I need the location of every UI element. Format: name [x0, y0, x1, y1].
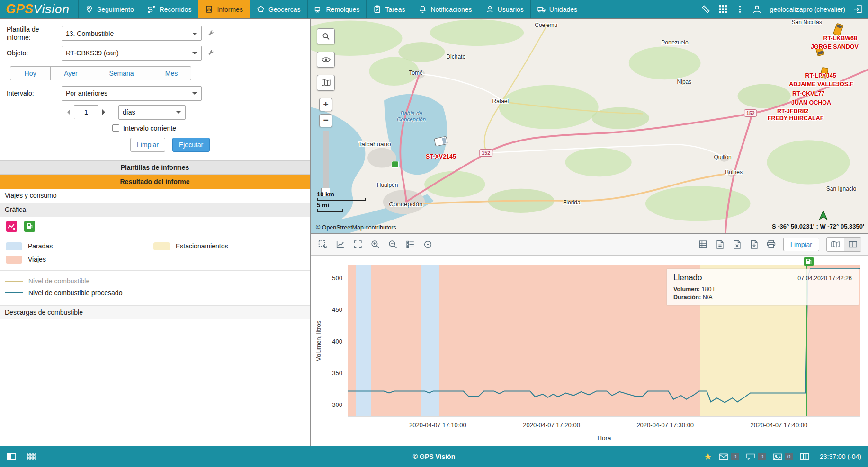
- main-menu: SeguimientoRecorridosInformesGeocercasRe…: [78, 0, 584, 18]
- section-chart[interactable]: Gráfica: [0, 203, 310, 217]
- fuel-traffic-icon[interactable]: [6, 221, 17, 232]
- legend-swatch: [6, 242, 22, 250]
- nav-item-seguimiento[interactable]: Seguimiento: [78, 0, 141, 18]
- fit-screen-icon[interactable]: [353, 239, 363, 249]
- user-name[interactable]: geolocalizapro (chevalier): [770, 6, 845, 13]
- y-tick-450: 450: [332, 306, 342, 313]
- monitoring-table-icon[interactable]: [800, 453, 809, 460]
- apps-dashboard-icon[interactable]: [27, 453, 36, 460]
- point-tracking-icon[interactable]: [423, 239, 433, 249]
- unit-label-rt-lpyj45[interactable]: RT-LPYJ45: [805, 72, 836, 79]
- export-file-icon[interactable]: [749, 239, 759, 249]
- zoom-in-chart-icon[interactable]: [370, 239, 380, 249]
- range-hoy-button[interactable]: Hoy: [10, 66, 51, 80]
- y-tick-500: 500: [332, 274, 342, 281]
- interval-unit-select[interactable]: días: [118, 105, 186, 120]
- legend-item-paradas: Paradas: [6, 242, 153, 250]
- fuel-chart[interactable]: Volumen, litros 300350400450500 Llenado …: [311, 256, 868, 446]
- zoom-in-button[interactable]: +: [319, 98, 332, 111]
- report-icon: [205, 5, 213, 13]
- templates-header[interactable]: Plantillas de informes: [0, 160, 310, 175]
- tooltip-volume-row: Volumen: 180 l: [673, 286, 852, 292]
- unit-label-rt-ckvl77[interactable]: RT-CKVL77: [792, 90, 824, 97]
- legend-label: Paradas: [28, 242, 53, 250]
- nav-item-informes[interactable]: Informes: [198, 0, 249, 18]
- top-right-tools: geolocalizapro (chevalier): [701, 0, 868, 18]
- range-ayer-button[interactable]: Ayer: [50, 66, 91, 80]
- scale-km-label: 10 km: [317, 191, 334, 198]
- chart-legend-icon[interactable]: [405, 239, 415, 249]
- current-interval-checkbox[interactable]: [112, 124, 119, 132]
- interval-type-select[interactable]: Por anteriores: [62, 86, 202, 101]
- interval-increase-icon[interactable]: [102, 109, 108, 115]
- chart-clear-button[interactable]: Limpiar: [783, 238, 819, 251]
- more-options-icon[interactable]: [735, 5, 744, 14]
- object-label: Objeto:: [7, 49, 62, 57]
- nav-item-label: Geocercas: [268, 6, 301, 13]
- interval-count-input[interactable]: 1: [74, 105, 98, 119]
- fill-event-pump-icon[interactable]: [804, 257, 814, 266]
- account-icon[interactable]: [752, 5, 761, 14]
- nav-item-geocercas[interactable]: Geocercas: [250, 0, 307, 18]
- x-tick-0: 2020-04-07 17:10:00: [409, 422, 466, 429]
- nav-item-tareas[interactable]: Tareas: [366, 0, 412, 18]
- unit-label-rt-jfdr82[interactable]: RT-JFDR82: [777, 108, 809, 115]
- unit-label-adjaime-vallejos-f[interactable]: ADJAIME VALLEJOS.F: [789, 81, 853, 88]
- chart-line-legend: Nivel de combustibleNivel de combustible…: [0, 271, 310, 305]
- nav-item-remolques[interactable]: Remolques: [307, 0, 367, 18]
- execute-button[interactable]: Ejecutar: [172, 138, 210, 152]
- zoom-slider[interactable]: [323, 131, 329, 193]
- form-clear-button[interactable]: Limpiar: [130, 138, 165, 152]
- nav-item-recorridos[interactable]: Recorridos: [141, 0, 198, 18]
- chart-plot-area[interactable]: Llenado 07.04.2020 17:42:26 Volumen: 180…: [348, 265, 860, 417]
- export-excel-icon[interactable]: [732, 239, 742, 249]
- fillings-marker-icon[interactable]: [24, 221, 35, 232]
- zoom-out-chart-icon[interactable]: [388, 239, 398, 249]
- map-visibility-button[interactable]: [317, 52, 335, 68]
- print-icon[interactable]: [766, 239, 776, 249]
- apps-grid-icon[interactable]: [718, 5, 727, 14]
- template-label: Plantilla de informe:: [7, 26, 62, 42]
- legend-label: Estacionamientos: [176, 242, 228, 250]
- unit-label-jorge-sandov[interactable]: JORGE SANDOV: [811, 44, 859, 50]
- unit-label-rt-lkbw68[interactable]: RT-LKBW68: [823, 35, 857, 42]
- osm-link[interactable]: OpenStreetMap: [322, 224, 364, 231]
- section-fuel-downloads[interactable]: Descargas de combustible: [0, 305, 310, 319]
- map-view-toggle[interactable]: [827, 238, 844, 251]
- logout-icon[interactable]: [853, 5, 862, 14]
- template-select[interactable]: 13. Combustible: [62, 26, 202, 41]
- template-settings-icon[interactable]: [207, 30, 215, 37]
- table-view-icon[interactable]: [698, 239, 708, 249]
- nav-item-notificaciones[interactable]: Notificaciones: [412, 0, 478, 18]
- section-trips-consumption[interactable]: Viajes y consumo: [0, 189, 310, 203]
- interval-decrease-icon[interactable]: [64, 109, 70, 115]
- nav-item-label: Unidades: [549, 6, 577, 13]
- nav-item-usuarios[interactable]: Usuarios: [479, 0, 530, 18]
- chart-options-row: [0, 217, 310, 236]
- selected-unit-label[interactable]: ST-XV2145: [426, 153, 456, 160]
- result-header[interactable]: Resultado del informe: [0, 175, 310, 189]
- area-select-icon[interactable]: [318, 239, 328, 249]
- map-view[interactable]: CoelemuSan NicolásPortezueloDichatoToméÑ…: [311, 19, 868, 234]
- object-settings-icon[interactable]: [207, 49, 215, 57]
- map-attribution: © OpenStreetMap contributors: [316, 224, 396, 231]
- range-semana-button[interactable]: Semana: [91, 66, 152, 80]
- unit-label-fredy-huircalaf[interactable]: FREDY HUIRCALAF: [768, 115, 824, 122]
- counter-messages-icon[interactable]: 0: [719, 453, 739, 460]
- export-pdf-icon[interactable]: [715, 239, 725, 249]
- object-select[interactable]: RT-CBKS39 (can): [62, 46, 202, 61]
- unit-label-juan-ochoa[interactable]: JUAN OCHOA: [791, 99, 831, 106]
- measure-icon[interactable]: [701, 5, 710, 14]
- range-mes-button[interactable]: Mes: [152, 66, 191, 80]
- favorites-star-icon[interactable]: ★: [704, 452, 712, 461]
- app-logo[interactable]: GPSVision: [0, 0, 78, 18]
- zoom-out-button[interactable]: −: [319, 114, 332, 127]
- nav-item-unidades[interactable]: Unidades: [530, 0, 584, 18]
- split-view-toggle[interactable]: [844, 238, 861, 251]
- panel-toggle-icon[interactable]: [7, 453, 16, 460]
- map-source-button[interactable]: [317, 75, 335, 91]
- counter-notifications-mail-icon[interactable]: 0: [746, 453, 766, 460]
- graph-trace-icon[interactable]: [335, 239, 345, 249]
- map-search-button[interactable]: [317, 28, 335, 44]
- counter-media-icon[interactable]: 0: [773, 453, 793, 460]
